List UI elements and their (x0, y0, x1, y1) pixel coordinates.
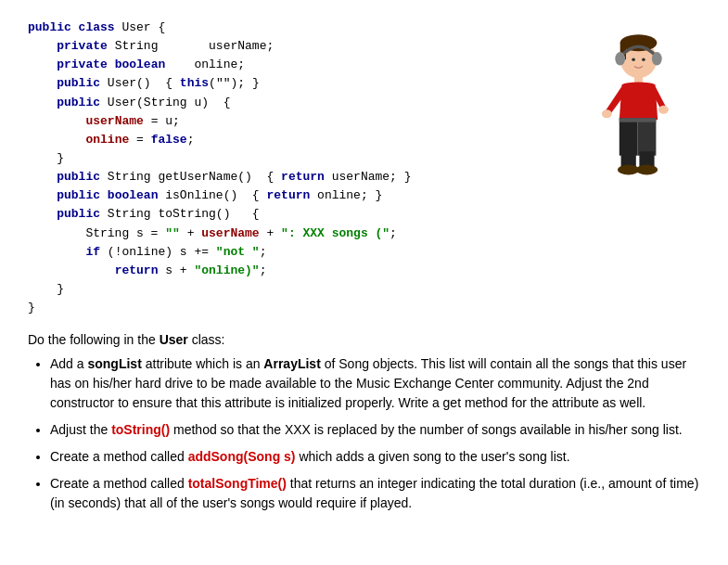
code-block: public class User { private String userN… (28, 19, 552, 317)
svg-point-6 (642, 58, 645, 61)
code-line: } (28, 149, 552, 168)
svg-point-4 (652, 52, 662, 65)
code-line: } (28, 280, 552, 299)
svg-point-8 (602, 109, 612, 118)
list-item: Adjust the toString() method so that the… (50, 420, 700, 440)
code-line: public String toString() { (28, 205, 552, 224)
svg-rect-12 (619, 118, 657, 122)
code-line: public User(String u) { (28, 94, 552, 112)
code-line: userName = u; (28, 112, 552, 131)
code-line: public String getUserName() { return use… (28, 168, 552, 186)
code-line: private String userName; (28, 37, 552, 56)
character-illustration (561, 28, 691, 195)
code-line: private boolean online; (28, 56, 552, 74)
code-line: if (!online) s += "not "; (28, 243, 552, 262)
svg-point-5 (632, 58, 635, 61)
list-item: Create a method called totalSongTime() t… (50, 474, 700, 513)
code-line: String s = "" + userName + ": XXX songs … (28, 225, 552, 243)
code-line: return s + "online)"; (28, 262, 552, 280)
code-line: } (28, 299, 552, 317)
instructions-intro: Do the following in the User class: (28, 332, 700, 347)
instructions-section: Do the following in the User class: Add … (28, 332, 700, 513)
svg-point-16 (636, 165, 658, 175)
list-item: Add a songList attribute which is an Arr… (50, 354, 700, 413)
code-line: public class User { (28, 19, 552, 37)
code-line: online = false; (28, 131, 552, 149)
list-item: Create a method called addSong(Song s) w… (50, 447, 700, 467)
svg-rect-11 (638, 118, 657, 156)
top-section: public class User { private String userN… (28, 19, 700, 317)
avatar-area (552, 19, 700, 195)
code-line: public boolean isOnline() { return onlin… (28, 186, 552, 205)
svg-rect-10 (619, 118, 638, 156)
svg-point-9 (658, 106, 669, 114)
instructions-list: Add a songList attribute which is an Arr… (50, 354, 700, 513)
svg-point-3 (615, 52, 625, 65)
code-line: public User() { this(""); } (28, 74, 552, 93)
